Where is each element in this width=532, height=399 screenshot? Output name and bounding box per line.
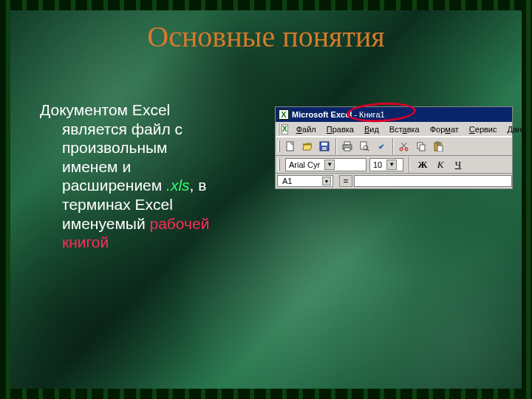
excel-doc-icon: X	[282, 124, 288, 134]
body-line: Документом Excel	[40, 101, 170, 118]
font-name-value: Arial Cyr	[289, 160, 320, 169]
body-line: произвольным	[62, 139, 168, 156]
svg-rect-3	[322, 147, 327, 150]
body-text: Документом Excel является файл с произво…	[40, 100, 262, 252]
slide-title: Основные понятия	[10, 19, 522, 54]
italic-button[interactable]: К	[433, 158, 448, 171]
name-box[interactable]: A1 ▼	[277, 175, 333, 187]
body-line: расширением	[62, 177, 166, 194]
chevron-down-icon: ▼	[322, 177, 331, 185]
body-line: , в	[190, 177, 207, 194]
titlebar: X Microsoft Excel - Книга1	[276, 107, 512, 122]
excel-screenshot: X Microsoft Excel - Книга1 X Файл Правка…	[275, 106, 513, 189]
font-size-combo[interactable]: 10 ▼	[369, 158, 403, 171]
font-size-value: 10	[373, 160, 382, 169]
title-sep: -	[352, 110, 359, 119]
svg-rect-18	[437, 146, 443, 151]
cell-ref: A1	[282, 177, 292, 185]
menu-data[interactable]: Дан	[502, 123, 528, 135]
equals-button[interactable]: =	[339, 175, 352, 187]
grip-handle	[278, 123, 279, 135]
grip-handle	[278, 140, 280, 152]
body-line: является файл с	[62, 120, 183, 137]
app-name: Microsoft Excel	[292, 110, 352, 119]
svg-rect-15	[420, 145, 425, 151]
new-doc-icon[interactable]	[282, 138, 299, 154]
format-toolbar: Arial Cyr ▼ 10 ▼ Ж К Ч	[276, 156, 512, 174]
separator	[335, 138, 337, 154]
chevron-down-icon: ▼	[386, 160, 397, 170]
menu-view[interactable]: Вид	[359, 123, 384, 135]
menu-insert[interactable]: Вставка	[384, 123, 425, 135]
copy-icon[interactable]	[413, 138, 429, 154]
open-icon[interactable]	[299, 138, 316, 154]
document-name: Книга1	[359, 110, 385, 119]
underline-button[interactable]: Ч	[451, 158, 466, 171]
grip-handle	[278, 159, 280, 171]
svg-rect-2	[321, 143, 327, 146]
formula-bar: A1 ▼ =	[276, 174, 512, 188]
font-name-combo[interactable]: Arial Cyr ▼	[285, 158, 366, 171]
save-icon[interactable]	[316, 138, 332, 154]
formula-input[interactable]	[354, 175, 512, 187]
menu-edit[interactable]: Правка	[321, 123, 359, 135]
bold-button[interactable]: Ж	[415, 158, 430, 171]
svg-rect-4	[344, 142, 350, 145]
chevron-down-icon: ▼	[324, 160, 335, 170]
menubar: X Файл Правка Вид Вставка Формат Сервис …	[276, 122, 512, 137]
menu-format[interactable]: Формат	[425, 123, 464, 135]
separator	[409, 157, 410, 173]
preview-icon[interactable]	[356, 138, 372, 154]
svg-rect-0	[287, 142, 293, 151]
excel-app-icon: X	[279, 109, 289, 120]
svg-rect-17	[437, 142, 439, 144]
body-line: именем и	[62, 158, 131, 175]
print-icon[interactable]	[339, 138, 355, 154]
standard-toolbar: ✔	[276, 137, 512, 156]
menu-file[interactable]: Файл	[291, 123, 321, 135]
slide: Основные понятия Документом Excel являет…	[10, 10, 522, 389]
body-line: терминах Excel	[62, 196, 173, 213]
term-highlight: рабочей	[149, 215, 209, 232]
spell-icon[interactable]: ✔	[373, 138, 389, 154]
menu-tools[interactable]: Сервис	[464, 123, 502, 135]
body-line: именуемый	[62, 215, 149, 232]
slide-frame: Основные понятия Документом Excel являет…	[0, 0, 532, 399]
svg-line-9	[367, 149, 369, 151]
cut-icon[interactable]	[396, 138, 412, 154]
term-highlight: книгой	[62, 233, 109, 250]
separator	[392, 138, 394, 154]
file-extension: .xls	[166, 177, 190, 194]
paste-icon[interactable]	[430, 138, 446, 154]
svg-rect-6	[344, 148, 350, 151]
